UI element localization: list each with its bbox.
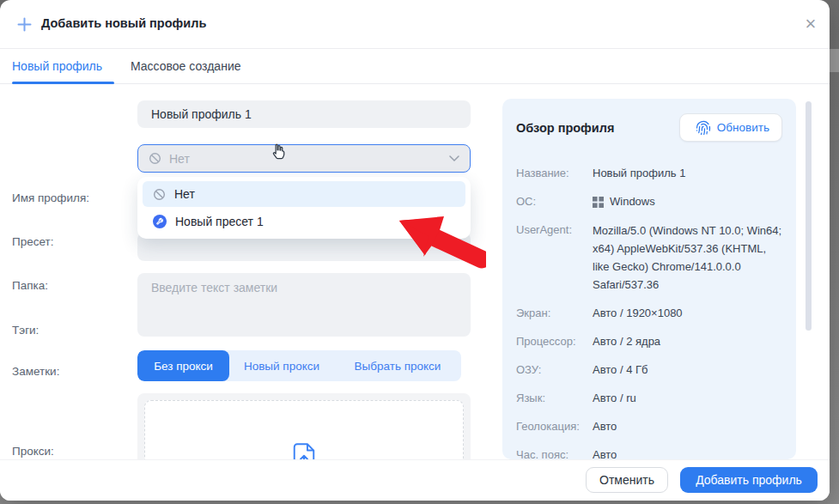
add-profile-button[interactable]: Добавить профиль <box>680 467 818 493</box>
profile-name-value: Новый профиль 1 <box>137 100 471 128</box>
overview-row-cpu: Процессор: Авто / 2 ядра <box>516 333 782 350</box>
refresh-button-label: Обновить <box>717 121 769 134</box>
notes-placeholder: Введите текст заметки <box>137 273 471 295</box>
proxy-option-choose[interactable]: Выбрать прокси <box>334 350 461 381</box>
overview-row-os: ОС: Windows <box>516 193 782 210</box>
prohibition-icon <box>149 152 161 165</box>
modal-scrollbar[interactable] <box>806 101 812 331</box>
overview-row-ram: ОЗУ: Авто / 4 Гб <box>516 361 782 379</box>
tags-label: Тэги: <box>12 322 39 339</box>
cancel-button[interactable]: Отменить <box>586 467 668 493</box>
profile-form: Имя профиля: Новый профиль 1 Пресет: Нет… <box>0 84 486 459</box>
overview-row-geolocation: Геолокация: Авто <box>516 418 782 435</box>
hand-cursor-icon <box>269 143 287 162</box>
overview-row-screen: Экран: Авто / 1920×1080 <box>516 305 782 322</box>
wrench-icon <box>153 215 167 228</box>
proxy-option-new[interactable]: Новый прокси <box>229 350 334 381</box>
preset-label: Пресет: <box>12 234 53 251</box>
proxy-label: Прокси: <box>12 443 54 459</box>
name-label: Имя профиля: <box>12 190 89 207</box>
preset-select[interactable]: Нет <box>137 144 471 173</box>
overview-row-timezone: Час. пояс: Авто <box>516 446 782 459</box>
preset-selected-value: Нет <box>169 152 190 166</box>
profile-overview-panel: Обзор профиля Обновить Название: Новый п… <box>502 99 796 459</box>
notes-textarea[interactable]: Введите текст заметки <box>137 273 471 337</box>
overview-row-language: Язык: Авто / ru <box>516 390 782 407</box>
option-label: Нет <box>174 187 195 201</box>
option-label: Новый пресет 1 <box>175 215 264 228</box>
proxy-segmented-control: Без прокси Новый прокси Выбрать прокси <box>137 350 461 381</box>
dimmed-page-fragment <box>830 49 839 72</box>
tab-new-profile[interactable]: Новый профиль <box>12 59 102 73</box>
windows-icon <box>593 197 604 208</box>
tab-bulk-create[interactable]: Массовое создание <box>131 59 240 73</box>
modal-title: Добавить новый профиль <box>41 16 206 30</box>
overview-title: Обзор профиля <box>516 121 614 135</box>
preset-option-none[interactable]: Нет <box>143 181 465 207</box>
profile-name-input[interactable]: Новый профиль 1 <box>137 100 471 128</box>
add-profile-modal: Добавить новый профиль × Новый профиль М… <box>0 0 830 501</box>
cookies-section <box>137 393 471 459</box>
chevron-down-icon <box>449 155 459 162</box>
plus-icon <box>17 17 32 32</box>
refresh-fingerprint-button[interactable]: Обновить <box>679 113 782 142</box>
fingerprint-icon <box>696 120 711 136</box>
overview-row-useragent: UserAgent: Mozilla/5.0 (Windows NT 10.0;… <box>516 222 782 294</box>
notes-label: Заметки: <box>12 363 59 380</box>
overview-row-name: Название: Новый профиль 1 <box>516 165 782 182</box>
folder-label: Папка: <box>12 277 48 295</box>
close-icon[interactable]: × <box>798 12 824 38</box>
modal-header: Добавить новый профиль × <box>0 0 830 49</box>
tab-bar: Новый профиль Массовое создание <box>0 49 830 84</box>
upload-file-icon <box>290 442 318 459</box>
modal-footer: Отменить Добавить профиль <box>0 459 830 501</box>
cookies-dropzone[interactable] <box>144 400 464 459</box>
proxy-option-none[interactable]: Без прокси <box>137 350 229 381</box>
prohibition-icon <box>153 188 166 201</box>
red-arrow-annotation-icon <box>391 210 486 275</box>
